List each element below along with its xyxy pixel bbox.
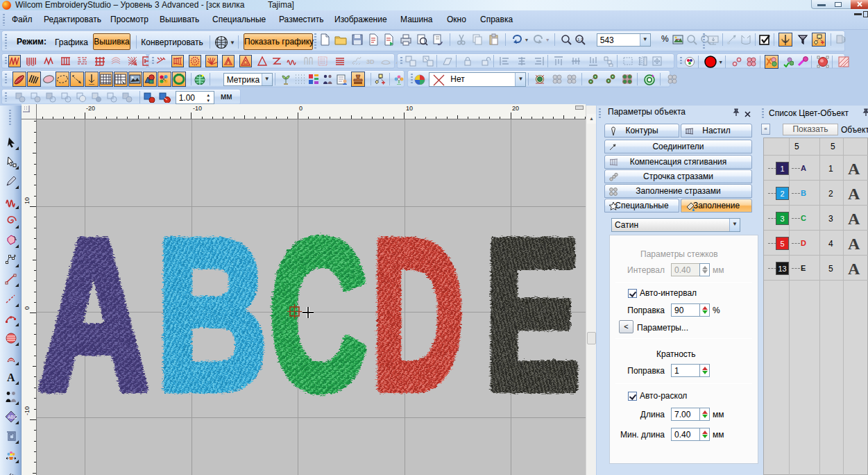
svg-text:3D: 3D <box>366 58 375 65</box>
svg-text:ABC: ABC <box>8 415 17 419</box>
svg-text:1:1: 1:1 <box>577 38 584 42</box>
svg-text:E: E <box>483 194 579 433</box>
svg-text:A: A <box>37 194 148 433</box>
svg-text:C: C <box>268 194 366 433</box>
svg-text:D: D <box>370 194 463 433</box>
svg-text:B: B <box>155 194 266 433</box>
svg-text:A: A <box>7 372 15 383</box>
